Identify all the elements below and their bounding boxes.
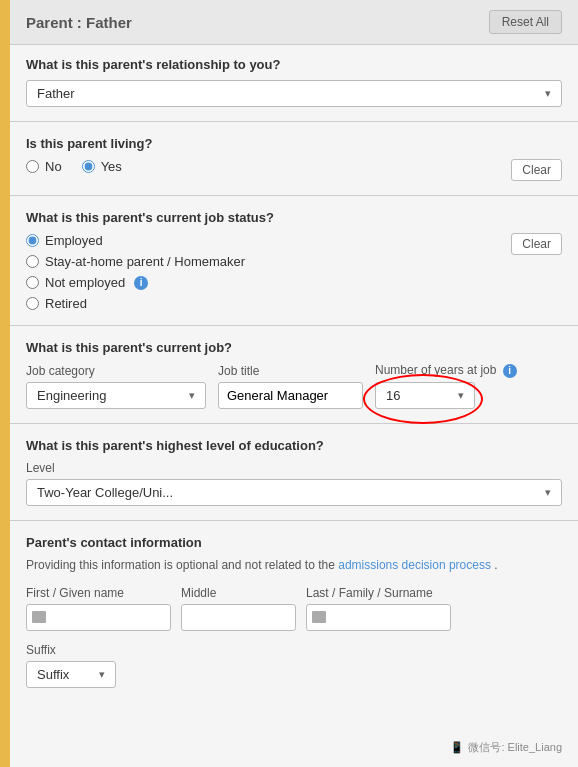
job-category-value: Engineering [37,388,106,403]
job-status-row: Employed Stay-at-home parent / Homemaker… [26,233,562,311]
first-name-input[interactable] [26,604,171,631]
last-name-group: Last / Family / Surname [306,586,451,631]
current-job-question: What is this parent's current job? [26,340,562,355]
not-employed-info-icon[interactable]: i [134,276,148,290]
suffix-value: Suffix [37,667,69,682]
status-retired-label: Retired [45,296,87,311]
status-retired[interactable]: Retired [26,296,245,311]
relationship-selected: Father [37,86,75,101]
job-status-clear-button[interactable]: Clear [511,233,562,255]
job-title-label: Job title [218,364,363,378]
living-yes[interactable]: Yes [82,159,122,174]
job-category-group: Job category Engineering ▾ [26,364,206,409]
relationship-block: What is this parent's relationship to yo… [26,57,562,107]
divider-1 [10,121,578,122]
status-employed-label: Employed [45,233,103,248]
first-name-group: First / Given name [26,586,171,631]
years-dropdown[interactable]: 16 ▾ [375,382,475,409]
relationship-arrow: ▾ [545,87,551,100]
status-not-employed-label: Not employed [45,275,125,290]
status-not-employed-radio[interactable] [26,276,39,289]
watermark-icon: 📱 [450,741,464,754]
status-stay-home-label: Stay-at-home parent / Homemaker [45,254,245,269]
left-bar [0,0,10,767]
status-employed[interactable]: Employed [26,233,245,248]
last-name-icon [312,611,326,623]
first-name-label: First / Given name [26,586,171,600]
education-block: What is this parent's highest level of e… [26,438,562,506]
living-row: No Yes Clear [26,159,562,181]
contact-note-end: . [494,558,497,572]
job-title-input[interactable] [218,382,363,409]
living-block: Is this parent living? No Yes Clear [26,136,562,181]
living-yes-radio[interactable] [82,160,95,173]
divider-4 [10,423,578,424]
years-info-icon[interactable]: i [503,364,517,378]
divider-2 [10,195,578,196]
last-name-label: Last / Family / Surname [306,586,451,600]
contact-note: Providing this information is optional a… [26,556,562,574]
living-clear-button[interactable]: Clear [511,159,562,181]
education-level-arrow: ▾ [545,486,551,499]
job-status-options: Employed Stay-at-home parent / Homemaker… [26,233,245,311]
years-label: Number of years at job i [375,363,517,378]
contact-note-part1: Providing this information is optional a… [26,558,335,572]
job-category-label: Job category [26,364,206,378]
current-job-block: What is this parent's current job? Job c… [26,340,562,409]
education-question: What is this parent's highest level of e… [26,438,562,453]
last-name-input[interactable] [306,604,451,631]
contact-title: Parent's contact information [26,535,562,550]
job-category-arrow: ▾ [189,389,195,402]
middle-name-group: Middle [181,586,296,631]
years-arrow: ▾ [458,389,464,402]
job-status-question: What is this parent's current job status… [26,210,562,225]
page-container: Parent : Father Reset All What is this p… [0,0,578,767]
watermark: 📱 微信号: Elite_Liang [450,740,562,755]
relationship-question: What is this parent's relationship to yo… [26,57,562,72]
job-category-dropdown[interactable]: Engineering ▾ [26,382,206,409]
living-no-radio[interactable] [26,160,39,173]
relationship-dropdown[interactable]: Father ▾ [26,80,562,107]
living-no[interactable]: No [26,159,62,174]
years-wrapper: 16 ▾ [375,382,517,409]
job-fields-row: Job category Engineering ▾ Job title Num… [26,363,562,409]
section-title: Parent : Father [26,14,132,31]
education-level-label: Level [26,461,562,475]
living-yes-label: Yes [101,159,122,174]
living-options: No Yes [26,159,122,174]
reset-all-button[interactable]: Reset All [489,10,562,34]
years-at-job-group: Number of years at job i 16 ▾ [375,363,517,409]
suffix-dropdown[interactable]: Suffix ▾ [26,661,116,688]
middle-input[interactable] [181,604,296,631]
years-value: 16 [386,388,400,403]
suffix-label: Suffix [26,643,562,657]
name-fields-row: First / Given name Middle Last / Family … [26,586,562,631]
watermark-text: 微信号: Elite_Liang [468,740,562,755]
suffix-section: Suffix Suffix ▾ [26,643,562,688]
living-no-label: No [45,159,62,174]
section-header: Parent : Father Reset All [10,0,578,45]
education-level-group: Level Two-Year College/Uni... ▾ [26,461,562,506]
job-status-block: What is this parent's current job status… [26,210,562,311]
education-level-dropdown[interactable]: Two-Year College/Uni... ▾ [26,479,562,506]
status-employed-radio[interactable] [26,234,39,247]
middle-label: Middle [181,586,296,600]
divider-5 [10,520,578,521]
first-name-icon [32,611,46,623]
job-title-group: Job title [218,364,363,409]
status-not-employed[interactable]: Not employed i [26,275,245,290]
divider-3 [10,325,578,326]
status-stay-home-radio[interactable] [26,255,39,268]
education-level-value: Two-Year College/Uni... [37,485,173,500]
suffix-arrow: ▾ [99,668,105,681]
status-retired-radio[interactable] [26,297,39,310]
contact-block: Parent's contact information Providing t… [26,535,562,688]
content: Parent : Father Reset All What is this p… [10,0,578,722]
contact-note-link[interactable]: admissions decision process [338,558,494,572]
status-stay-at-home[interactable]: Stay-at-home parent / Homemaker [26,254,245,269]
living-question: Is this parent living? [26,136,562,151]
